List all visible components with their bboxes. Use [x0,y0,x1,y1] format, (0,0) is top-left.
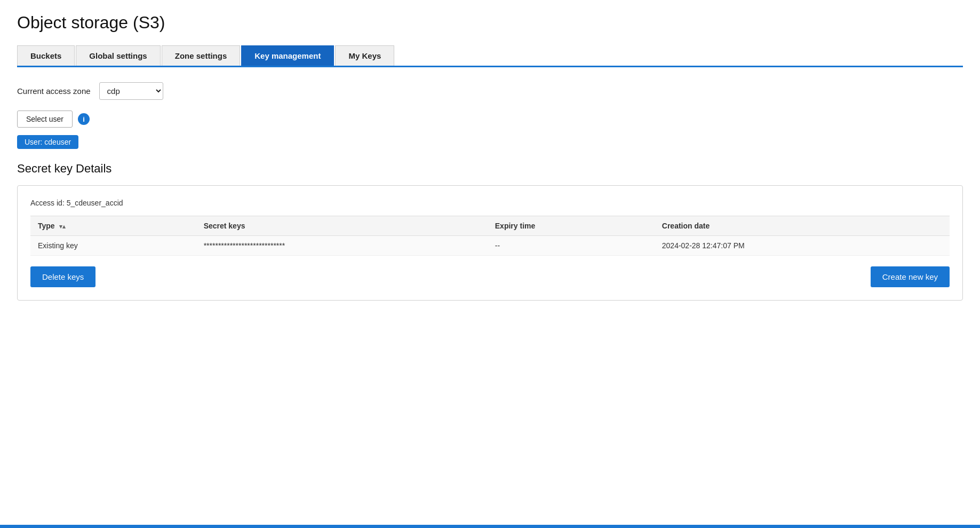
delete-keys-button[interactable]: Delete keys [30,266,95,287]
zone-label: Current access zone [17,86,91,96]
bottom-bar [0,525,980,528]
table-row: Existing key ***************************… [30,236,950,256]
tab-global-settings[interactable]: Global settings [76,45,160,66]
content-area: Current access zone cdp default zone1 Se… [17,67,963,525]
cell-expiry-time: -- [488,236,655,256]
info-icon[interactable]: i [78,113,90,125]
secret-keys-table: Type ▾▴ Secret keys Expiry time Creation… [30,216,950,256]
cell-secret-keys: **************************** [196,236,488,256]
cell-creation-date: 2024-02-28 12:47:07 PM [655,236,950,256]
page-title: Object storage (S3) [17,13,963,33]
select-user-button[interactable]: Select user [17,111,73,128]
tab-key-management[interactable]: Key management [241,45,334,66]
col-expiry-time: Expiry time [488,216,655,236]
col-creation-date: Creation date [655,216,950,236]
access-id-label: Access id: 5_cdeuser_accid [30,199,950,207]
card-actions: Delete keys Create new key [30,266,950,287]
create-new-key-button[interactable]: Create new key [871,266,950,287]
col-secret-keys: Secret keys [196,216,488,236]
zone-select[interactable]: cdp default zone1 [99,82,163,100]
secret-key-card: Access id: 5_cdeuser_accid Type ▾▴ Secre… [17,185,963,301]
cell-type: Existing key [30,236,196,256]
col-type[interactable]: Type ▾▴ [30,216,196,236]
tab-buckets[interactable]: Buckets [17,45,75,66]
user-badge: User: cdeuser [17,135,78,149]
tab-zone-settings[interactable]: Zone settings [162,45,241,66]
select-user-row: Select user i [17,111,963,128]
sort-icon: ▾▴ [59,223,66,230]
secret-key-section-title: Secret key Details [17,162,963,176]
zone-row: Current access zone cdp default zone1 [17,82,963,100]
tab-my-keys[interactable]: My Keys [335,45,394,66]
tabs-bar: Buckets Global settings Zone settings Ke… [17,45,963,67]
